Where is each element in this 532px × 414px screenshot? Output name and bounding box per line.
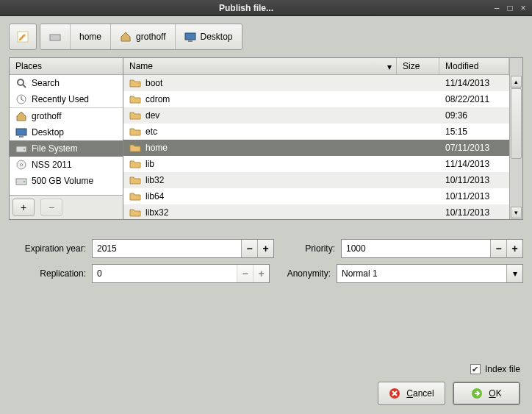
home-icon — [120, 31, 132, 43]
file-row[interactable]: home07/11/2013 — [123, 140, 509, 156]
scroll-track[interactable] — [510, 88, 522, 206]
file-row[interactable]: lib6410/11/2013 — [123, 188, 509, 204]
sidebar-item-search[interactable]: Search — [10, 75, 123, 91]
drive-icon — [49, 31, 61, 43]
sidebar-item-nss-2011[interactable]: NSS 2011 — [10, 157, 123, 173]
file-modified: 10/11/2013 — [439, 175, 509, 185]
file-row[interactable]: cdrom08/22/2011 — [123, 91, 509, 107]
file-modified: 11/14/2013 — [439, 78, 509, 88]
replication-input[interactable] — [93, 265, 237, 282]
file-row[interactable]: boot11/14/2013 — [123, 75, 509, 91]
pencil-icon — [17, 31, 29, 43]
file-modified: 15:15 — [439, 126, 509, 137]
svg-rect-8 — [19, 136, 24, 138]
priority-spin[interactable]: − + — [341, 239, 523, 258]
file-modified: 10/11/2013 — [439, 191, 509, 201]
maximize-button[interactable]: □ — [504, 3, 516, 13]
ok-tail: K — [496, 388, 502, 399]
scroll-up-button[interactable]: ▴ — [511, 76, 522, 88]
scrollbar[interactable]: ▴ ▾ — [509, 75, 522, 219]
files-header: Name ▾ Size Modified — [123, 58, 509, 75]
sidebar-item-file-system[interactable]: File System — [10, 140, 123, 157]
scroll-corner — [509, 58, 522, 75]
chevron-down-icon: ▾ — [506, 265, 522, 282]
folder-icon — [129, 126, 141, 138]
files-body[interactable]: boot11/14/2013cdrom08/22/2011dev09:36etc… — [123, 75, 509, 219]
chevron-down-icon: ▾ — [387, 62, 392, 72]
replication-plus[interactable]: + — [253, 265, 269, 282]
breadcrumb-drive[interactable] — [40, 24, 71, 49]
file-row[interactable]: lib3210/11/2013 — [123, 172, 509, 188]
sidebar-item-desktop[interactable]: Desktop — [10, 124, 123, 140]
sidebar-item-500-gb-volume[interactable]: 500 GB Volume — [10, 173, 123, 189]
svg-point-14 — [24, 181, 25, 182]
add-bookmark-button[interactable]: + — [12, 199, 35, 216]
folder-icon — [129, 174, 141, 186]
replication-minus[interactable]: − — [237, 265, 253, 282]
file-name: home — [145, 143, 168, 153]
svg-point-12 — [21, 164, 23, 166]
file-name: libx32 — [145, 207, 168, 218]
sidebar-item-recently-used[interactable]: Recently Used — [10, 91, 123, 107]
replication-label: Replication: — [9, 268, 86, 279]
ok-button[interactable]: OK — [453, 382, 520, 405]
scroll-down-button[interactable]: ▾ — [511, 207, 522, 218]
folder-icon — [129, 110, 141, 121]
file-modified: 10/11/2013 — [439, 207, 509, 218]
svg-rect-3 — [188, 40, 193, 42]
dialog-footer: ✔ Index file Cancel OK — [378, 364, 520, 405]
expiration-input[interactable] — [93, 240, 241, 257]
file-name: etc — [145, 126, 157, 137]
folder-icon — [129, 190, 141, 202]
col-name[interactable]: Name ▾ — [123, 58, 397, 74]
sidebar-item-grothoff[interactable]: grothoff — [10, 108, 123, 124]
scroll-thumb[interactable] — [511, 88, 522, 159]
svg-point-4 — [18, 79, 24, 85]
file-modified: 09:36 — [439, 110, 509, 121]
anonymity-value: Normal 1 — [342, 268, 378, 279]
path-toolbar: home grothoff Desktop — [0, 16, 532, 57]
file-row[interactable]: dev09:36 — [123, 107, 509, 124]
priority-minus[interactable]: − — [490, 240, 506, 257]
index-file-checkbox[interactable]: ✔ — [470, 364, 481, 374]
expiration-plus[interactable]: + — [257, 240, 273, 257]
file-row[interactable]: lib11/14/2013 — [123, 156, 509, 172]
place-label: Search — [32, 78, 60, 88]
edit-path-button[interactable] — [9, 24, 37, 50]
expiration-spin[interactable]: − + — [92, 239, 274, 258]
close-button[interactable]: × — [517, 3, 529, 13]
breadcrumb-home[interactable]: home — [71, 24, 111, 49]
minimize-button[interactable]: – — [491, 3, 503, 13]
col-size[interactable]: Size — [397, 58, 439, 74]
files-panel: Name ▾ Size Modified boot11/14/2013cdrom… — [123, 58, 522, 219]
replication-spin[interactable]: − + — [92, 264, 270, 283]
anonymity-combo[interactable]: Normal 1 ▾ — [337, 264, 523, 283]
folder-icon — [129, 207, 141, 218]
priority-input[interactable] — [342, 240, 490, 257]
anonymity-label: Anonymity: — [276, 268, 331, 279]
priority-plus[interactable]: + — [506, 240, 522, 257]
remove-bookmark-button[interactable]: − — [40, 199, 62, 216]
folder-icon — [129, 142, 141, 154]
file-name: dev — [145, 110, 159, 121]
breadcrumb-grothoff[interactable]: grothoff — [111, 24, 175, 49]
col-modified[interactable]: Modified — [439, 58, 509, 74]
file-name: boot — [145, 78, 162, 88]
titlebar: Publish file... – □ × — [0, 0, 532, 16]
breadcrumb: home grothoff Desktop — [40, 24, 242, 50]
folder-icon — [129, 93, 141, 105]
desktop-icon — [184, 31, 196, 43]
file-row[interactable]: libx3210/11/2013 — [123, 204, 509, 219]
places-header: Places — [10, 58, 123, 75]
expiration-minus[interactable]: − — [241, 240, 257, 257]
file-row[interactable]: etc15:15 — [123, 124, 509, 140]
index-file-row[interactable]: ✔ Index file — [470, 364, 520, 374]
places-footer: + − — [10, 195, 123, 219]
breadcrumb-desktop[interactable]: Desktop — [176, 24, 242, 49]
cancel-button[interactable]: Cancel — [378, 382, 445, 405]
file-modified: 11/14/2013 — [439, 159, 509, 169]
window-title: Publish file... — [3, 3, 489, 13]
place-label: NSS 2011 — [32, 160, 72, 170]
cancel-icon — [389, 388, 400, 399]
svg-point-10 — [24, 149, 25, 150]
